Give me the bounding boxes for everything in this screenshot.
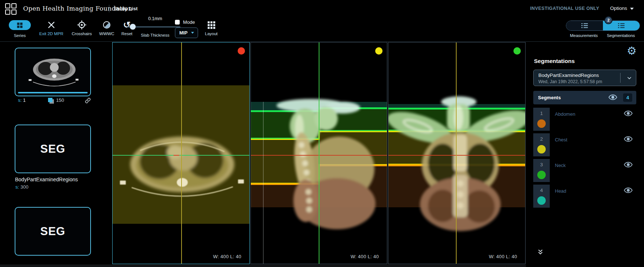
window-level-text: W: 400 L: 40	[489, 254, 517, 259]
series-prefix: s:	[18, 97, 22, 103]
segment-row-neck[interactable]: 3 Neck	[533, 159, 636, 182]
segmentation-dropdown[interactable]: BodyPartExaminedRegions Wed, Jan 19th 20…	[533, 70, 636, 86]
viewport-coronal[interactable]: W: 400 L: 40	[388, 42, 526, 264]
ct-coronal-image	[388, 42, 526, 264]
segment-visibility-eye-icon[interactable]	[624, 136, 633, 144]
ct-axial-thumbnail-image	[15, 48, 91, 96]
segment-label: Chest	[555, 137, 567, 142]
investigational-label: INVESTIGATIONAL USE ONLY	[530, 6, 599, 11]
chevron-down-icon	[191, 32, 194, 34]
series-label: Series	[3, 33, 36, 38]
measurements-panel-toggle[interactable]	[566, 21, 603, 30]
slab-thickness-slider[interactable]	[127, 26, 180, 27]
viewport-sagittal[interactable]: W: 400 L: 40	[250, 42, 387, 264]
layout-button[interactable]: Layout	[200, 19, 223, 36]
slider-thumb[interactable]	[130, 24, 136, 30]
mode-label: Mode	[183, 19, 195, 25]
dropdown-divider	[620, 73, 621, 83]
panel-title: Segmentations	[534, 58, 575, 64]
crosshair-center-marker	[173, 155, 179, 156]
seg-series-info: s: 300	[15, 184, 28, 190]
chevron-down-icon[interactable]	[627, 75, 632, 82]
slab-thickness-label: Slab Thickness	[129, 33, 181, 37]
series-info-row: s: 1 150	[15, 97, 92, 105]
segment-label: Head	[555, 188, 566, 194]
list-icon	[617, 23, 625, 29]
gear-icon[interactable]: ⚙	[627, 45, 637, 56]
segment-visibility-eye-icon[interactable]	[624, 187, 633, 195]
options-menu[interactable]: Options	[610, 5, 634, 11]
segment-color-swatch[interactable]	[537, 171, 546, 179]
segment-row-abdomen[interactable]: 1 Abdomen	[533, 108, 636, 131]
axial-reference-line[interactable]	[388, 155, 525, 156]
segment-label: Abdomen	[555, 111, 575, 117]
ohif-viewer-app: Open Health Imaging Foundation Study Lis…	[0, 0, 644, 267]
double-chevron-down-icon[interactable]	[538, 249, 543, 256]
sagittal-reference-line[interactable]	[456, 42, 457, 264]
segmentation-panel: ⚙ Segmentations BodyPartExaminedRegions …	[526, 42, 644, 267]
segment-label: Neck	[555, 163, 566, 168]
toggle-all-visibility-eye-icon[interactable]	[608, 94, 617, 102]
viewport-grid: W: 400 L: 40	[112, 42, 526, 264]
close-x-icon	[35, 19, 68, 30]
sagittal-reference-line[interactable]	[181, 42, 182, 264]
viewport-axial[interactable]: W: 400 L: 40	[112, 42, 250, 264]
chevron-down-icon	[630, 8, 634, 10]
study-browser-sidebar: s: 1 150 SEG BodyPartExaminedRegions s: …	[0, 42, 112, 267]
series-thumbnail-seg-2[interactable]: SEG	[15, 207, 91, 256]
segment-color-swatch[interactable]	[537, 145, 546, 153]
series-button[interactable]	[9, 20, 31, 30]
viewport-color-dot	[238, 47, 245, 55]
segments-header-label: Segments	[538, 95, 561, 100]
segmentations-label: Segmentations	[599, 33, 643, 38]
instances-stack-icon	[48, 97, 55, 105]
segment-row-chest[interactable]: 2 Chest	[533, 133, 636, 156]
segment-color-swatch[interactable]	[537, 196, 546, 205]
link-icon[interactable]	[85, 97, 91, 105]
layout-grid-icon	[200, 19, 223, 30]
seg-modality-label: SEG	[15, 208, 90, 255]
segment-color-swatch[interactable]	[537, 119, 546, 128]
list-icon	[581, 23, 589, 29]
mode-checkbox[interactable]	[175, 20, 180, 25]
segments-header: Segments 4	[533, 91, 636, 104]
coronal-reference-line[interactable]	[319, 42, 319, 264]
thumbnail-scroll-bar	[18, 92, 88, 93]
seg-series-description: BodyPartExaminedRegions	[15, 177, 78, 182]
segment-row-head[interactable]: 4 Head	[533, 185, 636, 208]
seg-modality-label: SEG	[15, 125, 90, 173]
segment-visibility-eye-icon[interactable]	[624, 110, 633, 118]
series-grid-icon	[16, 21, 24, 29]
series-number: 1	[23, 97, 26, 103]
series-thumbnail-ct[interactable]	[15, 48, 91, 96]
header-divider	[109, 5, 109, 12]
viewport-color-dot	[513, 47, 521, 55]
segment-visibility-eye-icon[interactable]	[624, 162, 633, 169]
window-level-text: W: 400 L: 40	[351, 254, 379, 259]
series-thumbnail-seg-1[interactable]: SEG	[15, 125, 91, 173]
segmentations-count-badge: 2	[604, 16, 612, 24]
mode-checkbox-group[interactable]: Mode	[175, 19, 195, 25]
header: Open Health Imaging Foundation Study Lis…	[0, 0, 644, 17]
segmentation-name: BodyPartExaminedRegions	[538, 73, 599, 78]
slab-thickness-value: 0.1mm	[129, 16, 181, 21]
segmentation-timestamp: Wed, Jan 19th 2022, 5:57:58 pm	[538, 79, 602, 84]
ohif-logo-icon	[5, 3, 17, 15]
toolbar: Series Exit 2D MPR Crosshairs	[0, 17, 644, 42]
instances-count: 150	[56, 97, 64, 103]
window-level-text: W: 400 L: 40	[213, 254, 241, 259]
study-list-link[interactable]: Study List	[114, 6, 138, 11]
slab-reference-line	[263, 102, 264, 264]
mip-dropdown[interactable]: MIP	[175, 27, 198, 38]
panel-toggle: 2	[566, 21, 640, 31]
viewport-color-dot	[375, 47, 383, 55]
segments-count: 4	[623, 93, 632, 102]
exit-2d-mpr-button[interactable]: Exit 2D MPR	[35, 19, 68, 36]
